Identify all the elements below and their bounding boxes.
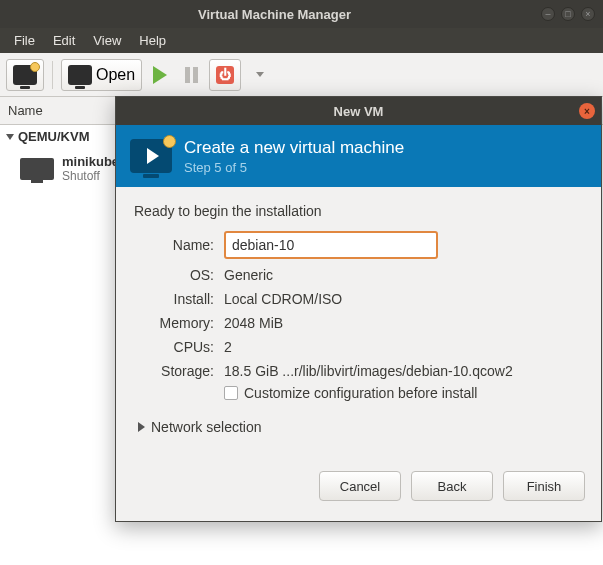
name-input[interactable]	[224, 231, 438, 259]
dialog-titlebar: New VM ×	[116, 97, 601, 125]
finish-button[interactable]: Finish	[503, 471, 585, 501]
pause-icon	[185, 67, 198, 83]
dialog-actions: Cancel Back Finish	[116, 459, 601, 521]
value-memory: 2048 MiB	[224, 315, 583, 331]
dialog-header: Create a new virtual machine Step 5 of 5	[116, 125, 601, 187]
pause-button[interactable]	[178, 59, 205, 91]
chevron-right-icon	[138, 422, 145, 432]
dialog-header-title: Create a new virtual machine	[184, 138, 404, 158]
label-storage: Storage:	[134, 363, 214, 379]
menu-file[interactable]: File	[6, 30, 43, 51]
window-controls: – □ ×	[541, 7, 595, 21]
vm-state: Shutoff	[62, 169, 119, 183]
label-os: OS:	[134, 267, 214, 283]
vm-create-icon	[130, 139, 172, 173]
host-group-label: QEMU/KVM	[18, 129, 90, 144]
shutdown-menu-button[interactable]	[245, 59, 271, 91]
value-install: Local CDROM/ISO	[224, 291, 583, 307]
power-icon: ⏻	[216, 66, 234, 84]
dialog-step-text: Step 5 of 5	[184, 160, 404, 175]
menu-view[interactable]: View	[85, 30, 129, 51]
expand-icon	[6, 134, 14, 140]
new-vm-icon	[13, 65, 37, 85]
value-storage: 18.5 GiB ...r/lib/libvirt/images/debian-…	[224, 363, 583, 379]
menubar: File Edit View Help	[0, 28, 603, 53]
label-cpus: CPUs:	[134, 339, 214, 355]
network-label: Network selection	[151, 419, 262, 435]
new-vm-button[interactable]	[6, 59, 44, 91]
close-icon: ×	[584, 106, 590, 117]
label-memory: Memory:	[134, 315, 214, 331]
menu-help[interactable]: Help	[131, 30, 174, 51]
toolbar-separator	[52, 61, 53, 89]
dialog-close-button[interactable]: ×	[579, 103, 595, 119]
vm-thumbnail-icon	[20, 158, 54, 180]
open-button[interactable]: Open	[61, 59, 142, 91]
play-icon	[153, 66, 167, 84]
vm-name: minikube	[62, 154, 119, 169]
customize-label: Customize configuration before install	[244, 385, 477, 401]
run-button[interactable]	[146, 59, 174, 91]
monitor-icon	[68, 65, 92, 85]
cancel-button[interactable]: Cancel	[319, 471, 401, 501]
menu-edit[interactable]: Edit	[45, 30, 83, 51]
main-window-title: Virtual Machine Manager	[8, 7, 541, 22]
dialog-intro: Ready to begin the installation	[134, 203, 583, 219]
minimize-icon[interactable]: –	[541, 7, 555, 21]
close-icon[interactable]: ×	[581, 7, 595, 21]
label-install: Install:	[134, 291, 214, 307]
chevron-down-icon	[256, 72, 264, 77]
value-os: Generic	[224, 267, 583, 283]
back-button[interactable]: Back	[411, 471, 493, 501]
vm-info: minikube Shutoff	[62, 154, 119, 183]
value-cpus: 2	[224, 339, 583, 355]
main-titlebar: Virtual Machine Manager – □ ×	[0, 0, 603, 28]
network-expander[interactable]: Network selection	[138, 419, 583, 435]
shutdown-button[interactable]: ⏻	[209, 59, 241, 91]
maximize-icon[interactable]: □	[561, 7, 575, 21]
dialog-body: Ready to begin the installation Name: OS…	[116, 187, 601, 435]
dialog-window-title: New VM	[334, 104, 384, 119]
new-vm-dialog: New VM × Create a new virtual machine St…	[115, 96, 602, 522]
label-name: Name:	[134, 237, 214, 253]
open-label: Open	[96, 66, 135, 84]
customize-checkbox[interactable]	[224, 386, 238, 400]
toolbar: Open ⏻	[0, 53, 603, 97]
